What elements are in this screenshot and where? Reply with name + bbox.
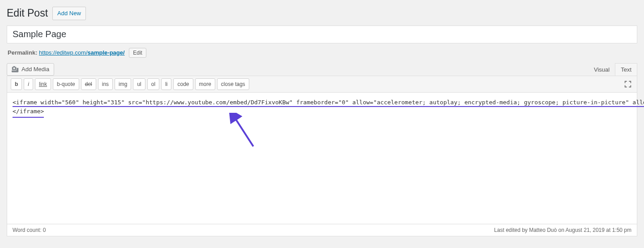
toolbar-img[interactable]: img	[115, 78, 131, 90]
add-media-label: Add Media	[21, 66, 49, 73]
code-line-1: <iframe width="560" height="315" src="ht…	[13, 99, 644, 107]
page-title: Edit Post	[7, 7, 48, 19]
permalink-row: Permalink: https://editwp.com/sample-pag…	[7, 43, 637, 63]
post-title-input[interactable]	[7, 26, 637, 43]
fullscreen-icon	[624, 81, 631, 88]
editor-content-area[interactable]: <iframe width="560" height="315" src="ht…	[7, 92, 637, 224]
word-count: Word count: 0	[13, 227, 46, 233]
media-icon	[12, 66, 19, 73]
permalink-link[interactable]: https://editwp.com/sample-page/	[39, 49, 124, 56]
toolbar-bold[interactable]: b	[11, 78, 22, 90]
header-row: Edit Post Add New	[7, 0, 637, 26]
toolbar-link[interactable]: link	[35, 78, 51, 90]
toolbar-del[interactable]: del	[81, 78, 96, 90]
add-new-button[interactable]: Add New	[52, 7, 86, 20]
toolbar-li[interactable]: li	[161, 78, 171, 90]
toolbar-italic[interactable]: i	[24, 78, 33, 90]
toolbar-buttons: b i link b-quote del ins img ul ol li co…	[11, 78, 249, 90]
tab-visual[interactable]: Visual	[589, 64, 615, 76]
toolbar-ol[interactable]: ol	[147, 78, 159, 90]
media-tabs-row: Add Media Visual Text	[7, 63, 637, 76]
toolbar-row: b i link b-quote del ins img ul ol li co…	[7, 76, 637, 92]
toolbar-ins[interactable]: ins	[98, 78, 113, 90]
fullscreen-button[interactable]	[623, 79, 633, 90]
edit-slug-button[interactable]: Edit	[129, 48, 146, 58]
editor-tabs: Visual Text	[589, 63, 637, 76]
add-media-button[interactable]: Add Media	[7, 63, 54, 76]
toolbar-ul[interactable]: ul	[133, 78, 145, 90]
toolbar-close-tags[interactable]: close tags	[217, 78, 249, 90]
tab-text[interactable]: Text	[615, 63, 637, 76]
permalink-label: Permalink:	[8, 49, 37, 56]
footer-row: Word count: 0 Last edited by Matteo Duò …	[7, 224, 637, 236]
code-line-2: </iframe>	[13, 107, 44, 118]
last-edited-text: Last edited by Matteo Duò on August 21, …	[494, 227, 631, 233]
toolbar-more[interactable]: more	[195, 78, 215, 90]
toolbar-code[interactable]: code	[173, 78, 193, 90]
svg-line-1	[235, 117, 253, 146]
annotation-arrow	[226, 113, 262, 153]
toolbar-bquote[interactable]: b-quote	[53, 78, 79, 90]
